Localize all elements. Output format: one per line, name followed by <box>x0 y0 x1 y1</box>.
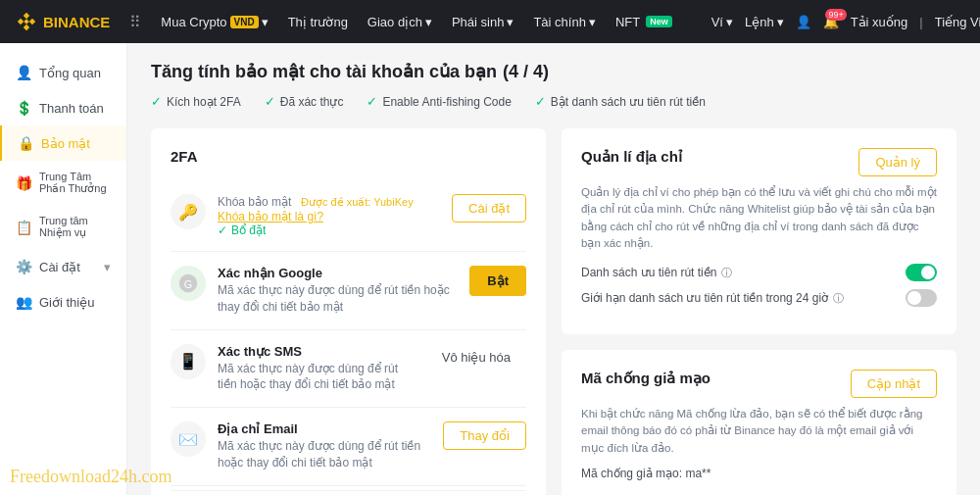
nav-language-label: Tiếng Việt <box>935 15 980 29</box>
auth-info-google: Xác nhận Google Mã xác thực này được dùn… <box>218 266 458 316</box>
sms-disable-button[interactable]: Vô hiệu hóa <box>426 344 526 371</box>
sidebar-label-nhiem-vu: Trung tâm Nhiệm vụ <box>39 215 111 239</box>
payment-icon: 💲 <box>16 100 31 116</box>
svg-text:G: G <box>184 278 193 290</box>
email-change-button[interactable]: Thay đổi <box>443 421 526 450</box>
svg-marker-1 <box>18 19 24 25</box>
chevron-down-icon-settings: ▾ <box>104 260 111 274</box>
content-grid: 2FA 🔑 Khóa bảo mật Được đề xuất: YubiKey… <box>151 128 956 495</box>
auth-info-hardware: Khóa bảo mật Được đề xuất: YubiKey Khóa … <box>218 194 440 237</box>
nav-giao-dich-label: Giao dịch <box>368 15 422 29</box>
twofa-card: 2FA 🔑 Khóa bảo mật Được đề xuất: YubiKey… <box>151 128 546 495</box>
anti-phishing-update-button[interactable]: Cập nhật <box>851 370 937 398</box>
page-progress: (4 / 4) <box>503 62 549 82</box>
nav-mua-crypto[interactable]: Mua Crypto VND ▾ <box>161 15 268 29</box>
nav-language[interactable]: Tiếng Việt <box>935 15 980 29</box>
hardware-key-link[interactable]: Khóa bảo mật là gì? <box>218 210 323 223</box>
svg-marker-0 <box>24 13 29 19</box>
main-layout: 👤 Tổng quan 💲 Thanh toán 🔒 Bảo mật 🎁 Tru… <box>0 43 980 495</box>
auth-info-email: Địa chỉ Email Mã xác thực này được dùng … <box>218 421 431 471</box>
user-icon: 👤 <box>16 65 31 80</box>
email-auth-desc: Mã xác thực này được dùng để rút tiền ho… <box>218 438 431 471</box>
nav-lenh-label: Lệnh <box>745 15 774 29</box>
logo-text: BINANCE <box>43 14 110 30</box>
sidebar-item-cai-dat[interactable]: ⚙️ Cài đặt ▾ <box>0 249 126 284</box>
sms-auth-desc: Mã xác thực này được dùng để rút tiền ho… <box>218 361 415 394</box>
address-mgmt-desc: Quản lý địa chỉ ví cho phép bạn có thể l… <box>581 184 937 252</box>
nav-tai-xuong[interactable]: Tải xuống <box>851 15 908 29</box>
nav-tai-chinh[interactable]: Tài chính ▾ <box>533 15 595 29</box>
google-auth-desc: Mã xác thực này được dùng để rút tiền ho… <box>218 282 458 316</box>
limit-info-icon[interactable]: ⓘ <box>833 291 844 306</box>
nav-lenh[interactable]: Lệnh ▾ <box>745 15 784 29</box>
limit-toggle-row: Giới hạn danh sách ưu tiên rút tiền tron… <box>581 289 937 307</box>
hardware-key-icon: 🔑 <box>171 194 206 229</box>
nav-phai-sinh[interactable]: Phái sinh ▾ <box>452 15 514 29</box>
right-panel: Quản lí địa chỉ Quản lý Quản lý địa chỉ … <box>562 128 956 495</box>
auth-item-google: G Xác nhận Google Mã xác thực này được d… <box>171 252 526 330</box>
whitelist-info-icon[interactable]: ⓘ <box>721 266 732 280</box>
nav-notifications[interactable]: 🔔 99+ <box>823 15 839 29</box>
notification-count: 99+ <box>825 9 846 21</box>
binance-logo[interactable]: BINANCE <box>16 11 110 32</box>
check-icon-verify: ✓ <box>265 94 275 109</box>
google-auth-icon: G <box>171 266 206 301</box>
sidebar-label-thanh-toan: Thanh toán <box>39 101 104 116</box>
check-icon-anti-fishing: ✓ <box>367 94 377 109</box>
address-mgmt-button[interactable]: Quản lý <box>858 148 937 176</box>
nav-vi[interactable]: Ví ▾ <box>711 15 733 29</box>
anti-phishing-desc: Khi bật chức năng Mã chống lừa đảo, bạn … <box>581 406 937 457</box>
anti-phishing-title: Mã chống giả mạo <box>581 370 710 387</box>
sidebar-item-gioi-thieu[interactable]: 👥 Giới thiệu <box>0 284 126 320</box>
nav-vi-label: Ví <box>711 15 723 29</box>
hardware-key-recommend: Được đề xuất: YubiKey <box>301 196 414 208</box>
sidebar-label-bao-mat: Bảo mật <box>41 136 90 151</box>
google-auth-enable-button[interactable]: Bật <box>469 266 526 296</box>
svg-marker-2 <box>29 19 35 25</box>
sms-icon: 📱 <box>171 344 206 379</box>
anti-phishing-value: Mã chống giả mạo: ma** <box>581 467 937 480</box>
sidebar-item-thanh-toan[interactable]: 💲 Thanh toán <box>0 90 126 125</box>
check-item-2fa: ✓ Kích hoạt 2FA <box>151 94 241 109</box>
sidebar-item-nhiem-vu[interactable]: 📋 Trung tâm Nhiệm vụ <box>0 205 126 249</box>
anti-phishing-card: Mã chống giả mạo Cập nhật Khi bật chức n… <box>562 350 956 495</box>
limit-label-text: Giới hạn danh sách ưu tiên rút tiền tron… <box>581 291 828 305</box>
sidebar-label-cai-dat: Cài đặt <box>39 260 80 274</box>
nav-phai-sinh-label: Phái sinh <box>452 15 504 29</box>
nav-nft[interactable]: NFT New <box>615 15 672 29</box>
hardware-key-name: Khóa bảo mật <box>218 195 291 209</box>
sidebar-item-bao-mat[interactable]: 🔒 Bảo mật <box>0 125 126 161</box>
sidebar-item-tong-quan[interactable]: 👤 Tổng quan <box>0 55 126 90</box>
main-content: Tăng tính bảo mật cho tài khoản của bạn … <box>127 43 980 495</box>
vnd-badge: VND <box>230 16 259 28</box>
auth-name-hardware: Khóa bảo mật Được đề xuất: YubiKey <box>218 194 440 209</box>
sidebar-label-tong-quan: Tổng quan <box>39 66 101 80</box>
whitelist-toggle-row: Danh sách ưu tiên rút tiền ⓘ <box>581 264 937 281</box>
whitelist-toggle-label: Danh sách ưu tiên rút tiền ⓘ <box>581 266 732 280</box>
chevron-down-icon-5: ▾ <box>726 15 733 29</box>
whitelist-toggle[interactable] <box>906 264 937 281</box>
chevron-down-icon-4: ▾ <box>589 15 596 29</box>
sms-auth-name: Xác thực SMS <box>218 344 415 359</box>
nav-profile[interactable]: 👤 <box>796 15 811 29</box>
page-title-text: Tăng tính bảo mật cho tài khoản của bạn <box>151 61 497 82</box>
check-item-whitelist: ✓ Bật danh sách ưu tiên rút tiền <box>535 94 706 109</box>
nav-tai-xuong-label: Tải xuống <box>851 15 908 29</box>
sidebar: 👤 Tổng quan 💲 Thanh toán 🔒 Bảo mật 🎁 Tru… <box>0 43 127 495</box>
email-icon: ✉️ <box>171 421 206 457</box>
nav-giao-dich[interactable]: Giao dịch ▾ <box>368 15 432 29</box>
nav-thi-truong-label: Thị trường <box>288 15 348 29</box>
grid-icon[interactable]: ⠿ <box>129 13 141 31</box>
address-mgmt-header: Quản lí địa chỉ Quản lý <box>581 148 937 176</box>
sidebar-item-phan-thuong[interactable]: 🎁 Trung Tâm Phần Thưởng <box>0 161 126 205</box>
anti-phishing-code-value: ma** <box>685 467 710 480</box>
svg-marker-4 <box>24 19 29 25</box>
limit-toggle[interactable] <box>906 289 937 307</box>
auth-info-sms: Xác thực SMS Mã xác thực này được dùng đ… <box>218 344 415 394</box>
hardware-key-setup-button[interactable]: Cài đặt <box>452 194 526 223</box>
check-icon-whitelist: ✓ <box>535 94 546 109</box>
whitelist-label-text: Danh sách ưu tiên rút tiền <box>581 266 716 279</box>
security-icon: 🔒 <box>18 135 33 151</box>
nav-thi-truong[interactable]: Thị trường <box>288 15 348 29</box>
referral-icon: 👥 <box>16 294 31 310</box>
